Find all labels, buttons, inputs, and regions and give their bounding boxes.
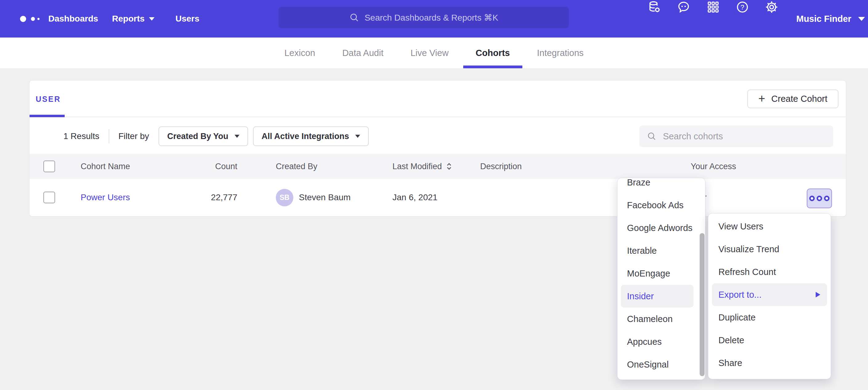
header-description: Description: [480, 154, 522, 179]
data-management-icon[interactable]: [647, 0, 661, 14]
menu-item-export-to[interactable]: Export to...: [712, 283, 827, 306]
submenu-item-onesignal[interactable]: OneSignal: [617, 353, 705, 376]
avatar: SB: [276, 179, 293, 216]
divider: [108, 129, 109, 143]
table-header-row: Cohort Name Count Created By Last Modifi…: [30, 154, 846, 179]
tab-cohorts[interactable]: Cohorts: [475, 37, 510, 68]
created-by-cell: Steven Baum: [299, 179, 350, 216]
sort-icon[interactable]: [445, 162, 453, 171]
ellipsis-icon: [809, 196, 815, 201]
export-submenu-list: Braze Facebook Ads Google Adwords Iterab…: [617, 178, 705, 376]
apps-grid-icon[interactable]: [706, 0, 720, 14]
chevron-down-icon: [355, 135, 360, 138]
submenu-arrow-icon: [816, 292, 820, 297]
tab-live-view[interactable]: Live View: [411, 37, 449, 68]
nav-users[interactable]: Users: [176, 0, 199, 37]
row-checkbox-cell: [43, 179, 55, 216]
tab-user-cohorts[interactable]: USER: [36, 95, 61, 104]
submenu-item-appcues[interactable]: Appcues: [617, 330, 705, 353]
cohort-name-link[interactable]: Power Users: [81, 193, 130, 202]
project-name: Music Finder: [796, 14, 851, 24]
header-count: Count: [183, 154, 237, 179]
tab-data-audit[interactable]: Data Audit: [342, 37, 383, 68]
help-icon[interactable]: ?: [735, 0, 749, 14]
active-tab-underline: [30, 115, 65, 117]
search-icon: [647, 131, 657, 142]
cohorts-card: USER + Create Cohort 1 Results Filter by…: [29, 80, 846, 217]
create-cohort-button[interactable]: + Create Cohort: [747, 90, 838, 108]
select-all-checkbox[interactable]: [43, 161, 55, 172]
project-selector[interactable]: Music Finder: [796, 0, 865, 37]
row-context-menu: View Users Visualize Trend Refresh Count…: [708, 213, 831, 379]
submenu-item-iterable[interactable]: Iterable: [617, 239, 705, 262]
feedback-icon[interactable]: [677, 0, 691, 14]
select-all-checkbox-cell: [43, 154, 55, 179]
header-created-by: Created By: [276, 154, 317, 179]
chevron-down-icon: [149, 17, 155, 21]
submenu-item-google-adwords[interactable]: Google Adwords: [617, 217, 705, 239]
section-tabs: Lexicon Data Audit Live View Cohorts Int…: [0, 37, 868, 68]
menu-item-delete[interactable]: Delete: [708, 329, 831, 352]
svg-text:?: ?: [741, 3, 744, 11]
results-count: 1 Results: [63, 131, 99, 141]
cohort-search-box: [639, 126, 833, 147]
row-actions-button[interactable]: [807, 189, 832, 208]
menu-item-duplicate[interactable]: Duplicate: [708, 306, 831, 329]
top-navbar: Dashboards Reports Users Search Dashboar…: [0, 0, 868, 37]
menu-item-visualize-trend[interactable]: Visualize Trend: [708, 238, 831, 261]
header-last-modified[interactable]: Last Modified: [393, 154, 453, 179]
settings-gear-icon[interactable]: [765, 0, 779, 14]
header-your-access: Your Access: [691, 154, 736, 179]
submenu-item-facebook-ads[interactable]: Facebook Ads: [617, 194, 705, 217]
export-submenu: Braze Facebook Ads Google Adwords Iterab…: [617, 178, 706, 380]
submenu-item-moengage[interactable]: MoEngage: [617, 262, 705, 285]
cohorts-page: Dashboards Reports Users Search Dashboar…: [0, 0, 868, 390]
header-cohort-name: Cohort Name: [81, 154, 130, 179]
menu-item-refresh-count[interactable]: Refresh Count: [708, 261, 831, 283]
plus-icon: +: [758, 93, 765, 104]
created-by-filter-dropdown[interactable]: Created By You: [158, 126, 248, 146]
cohort-type-tabs: USER + Create Cohort: [30, 80, 846, 117]
tab-lexicon[interactable]: Lexicon: [284, 37, 315, 68]
filter-by-label: Filter by: [119, 131, 149, 141]
mixpanel-logo-icon[interactable]: [20, 16, 41, 22]
chevron-down-icon: [858, 17, 865, 21]
search-icon: [349, 12, 360, 23]
last-modified-cell: Jan 6, 2021: [393, 179, 437, 216]
tab-integrations[interactable]: Integrations: [537, 37, 584, 68]
row-checkbox[interactable]: [43, 192, 55, 203]
submenu-item-braze[interactable]: Braze: [617, 178, 705, 194]
submenu-item-chameleon[interactable]: Chameleon: [617, 307, 705, 330]
submenu-scrollbar[interactable]: [700, 233, 705, 376]
menu-item-view-users[interactable]: View Users: [708, 215, 831, 238]
chevron-down-icon: [235, 135, 240, 138]
table-row[interactable]: Power Users 22,777 SB Steven Baum Jan 6,…: [30, 179, 846, 216]
integrations-filter-dropdown[interactable]: All Active Integrations: [253, 126, 369, 146]
global-search-placeholder: Search Dashboards & Reports ⌘K: [365, 12, 498, 23]
filter-row: 1 Results Filter by Created By You All A…: [63, 126, 374, 146]
cohort-search-input[interactable]: [662, 131, 826, 142]
global-search-input[interactable]: Search Dashboards & Reports ⌘K: [279, 7, 569, 28]
nav-dashboards[interactable]: Dashboards: [48, 0, 98, 37]
submenu-item-insider[interactable]: Insider: [621, 285, 693, 307]
nav-reports[interactable]: Reports: [112, 0, 155, 37]
cohort-name-cell: Power Users: [81, 179, 130, 216]
menu-item-share[interactable]: Share: [708, 352, 831, 374]
count-cell: 22,777: [183, 179, 237, 216]
